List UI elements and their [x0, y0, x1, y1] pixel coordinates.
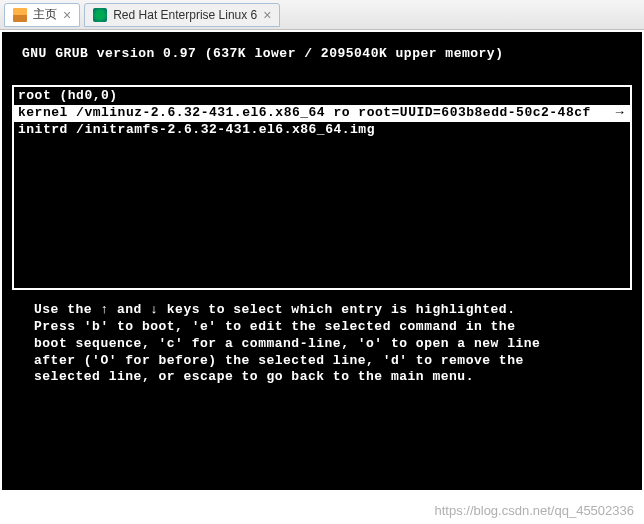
grub-console[interactable]: GNU GRUB version 0.97 (637K lower / 2095… — [2, 32, 642, 490]
close-icon[interactable]: × — [63, 8, 71, 22]
kernel-text: kernel /vmlinuz-2.6.32-431.el6.x86_64 ro… — [18, 105, 591, 122]
close-icon[interactable]: × — [263, 8, 271, 22]
boot-line-kernel[interactable]: kernel /vmlinuz-2.6.32-431.el6.x86_64 ro… — [14, 105, 630, 122]
boot-menu[interactable]: root (hd0,0) kernel /vmlinuz-2.6.32-431.… — [12, 85, 632, 290]
tab-label: 主页 — [33, 6, 57, 23]
rhel-icon — [93, 8, 107, 22]
more-indicator-icon: → — [616, 105, 626, 122]
home-icon — [13, 8, 27, 22]
tab-rhel[interactable]: Red Hat Enterprise Linux 6 × — [84, 3, 280, 27]
boot-line-initrd[interactable]: initrd /initramfs-2.6.32-431.el6.x86_64.… — [14, 122, 630, 139]
grub-header: GNU GRUB version 0.97 (637K lower / 2095… — [12, 46, 632, 63]
boot-line-root[interactable]: root (hd0,0) — [14, 88, 630, 105]
watermark: https://blog.csdn.net/qq_45502336 — [435, 503, 635, 518]
help-text: Use the ↑ and ↓ keys to select which ent… — [12, 302, 632, 386]
tab-bar: 主页 × Red Hat Enterprise Linux 6 × — [0, 0, 644, 30]
tab-label: Red Hat Enterprise Linux 6 — [113, 8, 257, 22]
tab-home[interactable]: 主页 × — [4, 3, 80, 27]
